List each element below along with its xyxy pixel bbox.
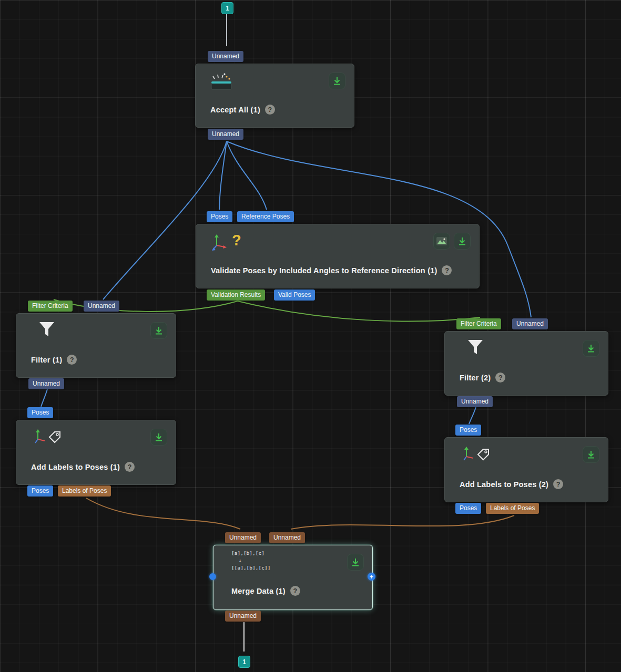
node-accept-all[interactable]: Accept All (1) ?: [195, 64, 354, 128]
edge-validation-results-to-filter1-criteria[interactable]: [54, 299, 238, 312]
port-filter1-in-unnamed[interactable]: Unnamed: [84, 301, 119, 312]
help-icon[interactable]: ?: [290, 586, 300, 596]
funnel-icon: [467, 339, 484, 359]
port-add-labels2-out-labels[interactable]: Labels of Poses: [486, 503, 539, 514]
emitter-icon: [209, 71, 237, 94]
edge-add-labels2-to-merge-in2[interactable]: [291, 515, 514, 529]
port-validate-in-reference-poses[interactable]: Reference Poses: [237, 211, 294, 222]
edge-add-labels1-to-merge-in1[interactable]: [86, 498, 240, 529]
port-validate-in-poses[interactable]: Poses: [207, 211, 232, 222]
node-title: Filter (2): [460, 374, 491, 382]
add-port-handle-right[interactable]: +: [368, 573, 375, 581]
procedure-out-button[interactable]: [150, 429, 167, 446]
port-filter1-in-filter-criteria[interactable]: Filter Criteria: [28, 301, 73, 312]
node-title: Accept All (1): [210, 106, 260, 114]
procedure-out-button[interactable]: [347, 554, 364, 571]
merge-icon: [a],[b],[c] ↓ [[a],[b],[c]]: [231, 550, 270, 572]
node-filter2[interactable]: Filter (2) ?: [444, 331, 608, 396]
edge-validation-results-to-filter2-criteria[interactable]: [238, 301, 480, 322]
procedure-out-button[interactable]: [150, 322, 167, 339]
edge-filter2-to-add-labels2-poses[interactable]: [469, 407, 476, 424]
node-graph-canvas[interactable]: 1 1 Unnamed Accept All (1) ? Un: [0, 0, 621, 672]
port-filter2-in-unnamed[interactable]: Unnamed: [512, 318, 548, 329]
port-merge-out-unnamed[interactable]: Unnamed: [225, 611, 261, 622]
node-add-labels2[interactable]: Add Labels to Poses (2) ?: [444, 437, 608, 502]
port-filter2-out-unnamed[interactable]: Unnamed: [457, 396, 493, 407]
node-add-labels1[interactable]: Add Labels to Poses (1) ?: [16, 420, 176, 485]
question-glyph: ?: [232, 233, 241, 248]
port-validate-out-validation-results[interactable]: Validation Results: [207, 290, 265, 301]
help-icon[interactable]: ?: [495, 373, 505, 382]
procedure-out-button[interactable]: [583, 446, 599, 463]
help-icon[interactable]: ?: [125, 462, 135, 472]
port-add-labels2-out-poses[interactable]: Poses: [455, 503, 481, 514]
port-merge-in-unnamed-2[interactable]: Unnamed: [269, 532, 305, 543]
node-title: Filter (1): [31, 356, 62, 364]
port-add-labels1-in-poses[interactable]: Poses: [27, 407, 53, 418]
node-title: Merge Data (1): [231, 587, 286, 595]
help-icon[interactable]: ?: [553, 479, 563, 489]
port-merge-in-unnamed-1[interactable]: Unnamed: [225, 532, 261, 543]
node-title: Validate Poses by Included Angles to Ref…: [211, 266, 437, 275]
pose-axes-icon: ?: [211, 233, 241, 251]
port-add-labels1-out-labels[interactable]: Labels of Poses: [58, 485, 111, 497]
port-accept-all-in-unnamed[interactable]: Unnamed: [208, 51, 243, 62]
funnel-icon: [38, 321, 55, 341]
port-filter2-in-filter-criteria[interactable]: Filter Criteria: [456, 318, 501, 329]
procedure-out-button[interactable]: [329, 73, 345, 89]
port-add-labels1-out-poses[interactable]: Poses: [27, 485, 53, 497]
help-icon[interactable]: ?: [265, 105, 275, 115]
procedure-out-button[interactable]: [583, 340, 599, 357]
port-filter1-out-unnamed[interactable]: Unnamed: [28, 378, 64, 389]
node-title: Add Labels to Poses (2): [460, 480, 548, 489]
axes-tag-icon: [32, 428, 62, 450]
flow-end-marker[interactable]: 1: [238, 656, 250, 668]
help-icon[interactable]: ?: [442, 265, 452, 275]
node-filter1[interactable]: Filter (1) ?: [16, 313, 176, 378]
procedure-out-button[interactable]: [454, 233, 471, 250]
port-add-labels2-in-poses[interactable]: Poses: [455, 425, 481, 436]
pose-visualization-button[interactable]: [433, 233, 450, 250]
node-validate-poses[interactable]: ? Validate Poses by Included Angles to R…: [196, 224, 480, 288]
node-title: Add Labels to Poses (1): [31, 463, 120, 471]
flow-start-marker[interactable]: 1: [221, 2, 233, 14]
connection-handle-left[interactable]: [209, 573, 216, 580]
port-validate-out-valid-poses[interactable]: Valid Poses: [274, 290, 315, 301]
node-merge-data[interactable]: [a],[b],[c] ↓ [[a],[b],[c]] Merge Data (…: [213, 545, 373, 610]
help-icon[interactable]: ?: [67, 355, 77, 365]
edge-filter1-to-add-labels1-poses[interactable]: [41, 389, 47, 407]
edge-accept-all-to-validate-reference-poses[interactable]: [227, 141, 267, 210]
port-accept-all-out-unnamed[interactable]: Unnamed: [208, 129, 243, 140]
axes-tag-icon: [461, 445, 490, 467]
